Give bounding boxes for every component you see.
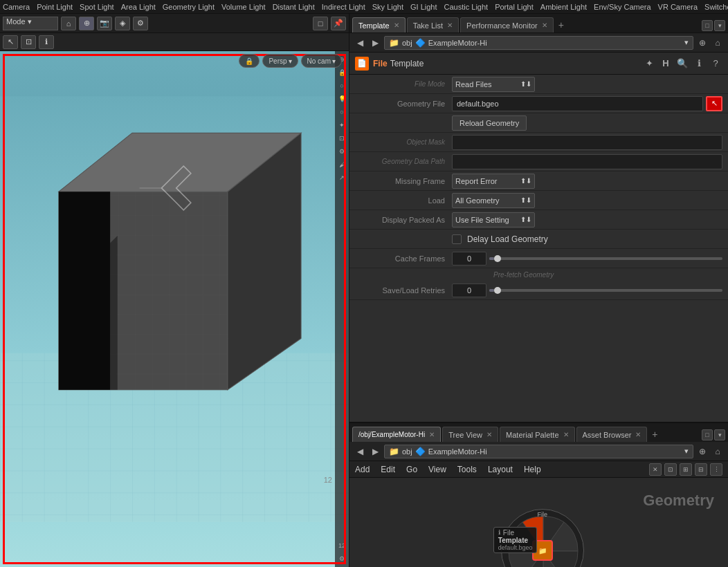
win-ctrl-1[interactable]: □ [702,20,713,31]
bottom-win-ctrl-2[interactable]: ▾ [714,429,725,440]
vp-icon-2[interactable]: 🔒 [336,67,347,78]
tab-take-list-close[interactable]: ✕ [447,21,453,29]
nav-pin-button[interactable]: ⊕ [696,37,709,49]
vp-icon-7[interactable]: ⊡ [336,133,347,144]
vp-icon-10[interactable]: ↗ [336,172,347,183]
vp-icon-9[interactable]: 🖌 [336,159,347,170]
save-load-retries-input[interactable] [452,284,486,297]
menu-layout[interactable]: Layout [488,465,513,474]
viewport-area[interactable]: 🔒 Persp ▾ No cam ▾ ⊕ 🔒 [0,51,349,567]
vp-icon-8[interactable]: ⚙ [336,146,347,157]
search-icon[interactable]: 🔍 [675,57,689,71]
browse-button[interactable]: ↖ [706,96,722,111]
bottom-win-ctrl-1[interactable]: □ [702,429,713,440]
settings-icon[interactable]: ✦ [642,57,656,71]
pin-btn[interactable]: 📌 [331,17,346,30]
nav-back-button[interactable]: ◀ [354,37,366,49]
bottom-path-box[interactable]: 📁 obj 🔷 ExampleMotor-Hi ▾ [384,445,693,458]
menu-edit[interactable]: Edit [381,465,395,474]
viewport-mode-select[interactable]: Mode ▾ [3,17,58,30]
menu-caustic-light[interactable]: Caustic Light [444,3,489,11]
vp-icon-4[interactable]: 💡 [336,93,347,104]
tab-template-close[interactable]: ✕ [394,21,399,29]
vp-icon-6[interactable]: ✦ [336,120,347,131]
menu-area-light[interactable]: Area Light [121,3,156,11]
menu-view[interactable]: View [428,465,446,474]
render-btn[interactable]: ◈ [115,17,130,30]
tab-asset-browser[interactable]: Asset Browser ✕ [576,427,648,442]
bottom-nav-forward[interactable]: ▶ [369,445,381,458]
help-icon[interactable]: ? [709,57,722,71]
cam-button[interactable]: No cam ▾ [301,54,342,68]
menu-indirect-light[interactable]: Indirect Light [322,3,365,11]
object-btn[interactable]: ⊡ [21,35,36,49]
tab-material-palette[interactable]: Material Palette ✕ [500,427,574,442]
vp-icon-12[interactable]: ⚙ [336,553,347,564]
reload-geometry-button[interactable]: Reload Geometry [452,115,527,131]
file-mode-select[interactable]: Read Files ⬆⬇ [452,77,535,92]
camera-btn[interactable]: 📷 [97,17,112,30]
menu-point-light[interactable]: Point Light [37,3,73,11]
bottom-pin-button[interactable]: ⊕ [696,445,709,458]
menu-spot-light[interactable]: Spot Light [80,3,114,11]
nav-forward-button[interactable]: ▶ [369,37,381,49]
vp-icon-3[interactable]: ○ [336,80,347,91]
bottom-tool-icon-1[interactable]: ✕ [649,463,662,476]
cache-frames-track[interactable] [489,257,722,260]
menu-ambient-light[interactable]: Ambient Light [540,3,587,11]
maximize-btn[interactable]: □ [313,17,328,30]
bottom-tool-icon-5[interactable]: ⋮ [710,463,722,476]
menu-sky-light[interactable]: Sky Light [372,3,403,11]
nav-home-button[interactable]: ⌂ [711,37,724,49]
tab-take-list[interactable]: Take List ✕ [407,17,459,32]
save-load-retries-track[interactable] [489,289,722,292]
cache-frames-thumb[interactable] [494,255,501,262]
menu-tools[interactable]: Tools [457,465,477,474]
tab-obj-network[interactable]: /obj/ExampleMotor-Hi ✕ [352,427,441,442]
tab-performance-monitor[interactable]: Performance Monitor ✕ [460,17,554,32]
select-btn[interactable]: ↖ [3,35,18,49]
win-ctrl-2[interactable]: ▾ [714,20,725,31]
menu-volume-light[interactable]: Volume Light [221,3,266,11]
lock-button[interactable]: 🔒 [239,54,260,68]
menu-distant-light[interactable]: Distant Light [273,3,315,11]
persp-button[interactable]: Persp ▾ [262,54,298,68]
bottom-tool-icon-3[interactable]: ⊞ [680,463,692,476]
hash-icon[interactable]: H [659,57,673,71]
node-graph-area[interactable]: Geometry [349,478,728,567]
path-dropdown-arrow[interactable]: ▾ [684,38,689,47]
delay-load-checkbox[interactable] [452,234,462,244]
tab-tree-view-close[interactable]: ✕ [486,431,492,438]
vp-icon-11[interactable]: 12 [336,540,347,551]
display-packed-select[interactable]: Use File Setting ⬆⬇ [452,212,535,227]
menu-vr-camera[interactable]: VR Camera [658,3,698,11]
cache-frames-input[interactable] [452,252,486,266]
info-icon[interactable]: ℹ [692,57,706,71]
bottom-tool-icon-2[interactable]: ⊡ [664,463,677,476]
save-load-retries-thumb[interactable] [494,287,501,294]
geometry-data-path-input[interactable] [452,154,722,169]
bottom-nav-back[interactable]: ◀ [354,445,366,458]
home-btn[interactable]: ⌂ [61,17,76,30]
transform-btn[interactable]: ⊕ [79,17,94,30]
missing-frame-select[interactable]: Report Error ⬆⬇ [452,174,535,189]
menu-env-camera[interactable]: Env/Sky Camera [594,3,651,11]
bottom-tab-add[interactable]: + [648,428,661,440]
menu-go[interactable]: Go [406,465,417,474]
vp-icon-5[interactable]: ○ [336,106,347,118]
info-btn[interactable]: ℹ [39,35,54,49]
tab-tree-view[interactable]: Tree View ✕ [442,427,498,442]
tab-performance-monitor-close[interactable]: ✕ [542,21,547,29]
tab-asset-browser-close[interactable]: ✕ [635,431,641,438]
path-box[interactable]: 📁 obj 🔷 ExampleMotor-Hi ▾ [384,36,693,50]
bottom-home-button[interactable]: ⌂ [711,445,724,458]
menu-geometry-light[interactable]: Geometry Light [163,3,215,11]
bottom-tool-icon-4[interactable]: ⊟ [695,463,707,476]
tools-btn[interactable]: ⚙ [133,17,148,30]
menu-gi-light[interactable]: GI Light [410,3,437,11]
menu-help[interactable]: Help [524,465,541,474]
menu-add[interactable]: Add [355,465,370,474]
bottom-path-arrow[interactable]: ▾ [684,447,689,456]
tab-material-palette-close[interactable]: ✕ [563,431,569,438]
geometry-file-input[interactable] [452,96,703,111]
